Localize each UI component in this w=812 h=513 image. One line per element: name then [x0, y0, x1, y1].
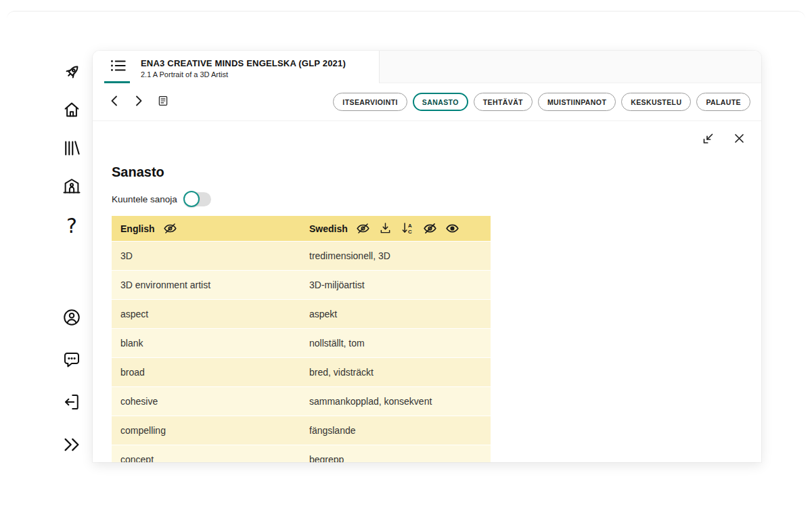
tab-itsearviointi[interactable]: ITSEARVIOINTI	[333, 93, 407, 111]
swedish-cell: tredimensionell, 3D	[300, 242, 491, 270]
sidebar-item-school[interactable]	[59, 175, 85, 200]
show-all-icon[interactable]	[445, 221, 459, 236]
swedish-cell: aspekt	[300, 300, 491, 328]
sidebar-item-expand[interactable]	[59, 433, 85, 459]
main-panel: ENA3 CREATIVE MINDS ENGELSKA (GLP 2021) …	[93, 51, 761, 462]
swedish-cell: 3D-miljöartist	[300, 271, 491, 299]
vocab-table-header: English Swedish	[112, 216, 491, 241]
table-row: blanknollställt, tom	[112, 329, 491, 357]
toolbar: ITSEARVIOINTISANASTOTEHTÄVÄTMUISTIINPANO…	[93, 83, 761, 121]
swedish-cell: nollställt, tom	[300, 329, 491, 357]
school-icon	[62, 176, 82, 199]
window-controls	[700, 132, 746, 147]
vocab-table: English Swedish	[112, 216, 491, 462]
table-row: aspectaspekt	[112, 300, 491, 328]
english-cell: 3D environment artist	[112, 271, 300, 299]
header-spacer	[379, 51, 761, 83]
profile-icon	[62, 307, 82, 330]
chevron-right-icon	[133, 94, 145, 110]
table-row: conceptbegrepp	[112, 445, 491, 462]
double-chevron-right-icon	[62, 434, 82, 458]
swedish-cell: sammankopplad, konsekvent	[300, 387, 491, 416]
swedish-column-label: Swedish	[309, 223, 348, 234]
course-header-tab: ENA3 CREATIVE MINDS ENGELSKA (GLP 2021) …	[93, 51, 379, 83]
english-cell: cohesive	[112, 387, 300, 416]
sidebar-item-profile[interactable]	[59, 306, 85, 332]
help-icon: ?	[66, 216, 77, 236]
sidebar: ?	[54, 61, 89, 474]
notes-icon	[157, 94, 169, 110]
panel-content: Sanasto Kuuntele sanoja English	[93, 121, 761, 462]
collapse-button[interactable]	[700, 132, 715, 147]
rocket-icon	[62, 62, 82, 85]
swedish-cell: bred, vidsträckt	[300, 358, 491, 386]
english-cell: compelling	[112, 416, 300, 445]
tab-muistiinpanot[interactable]: MUISTIINPANOT	[538, 93, 616, 111]
sidebar-item-library[interactable]	[59, 137, 85, 162]
vocab-table-body: 3Dtredimensionell, 3D3D environment arti…	[112, 242, 491, 462]
svg-text:A: A	[408, 223, 412, 229]
window-top-edge	[7, 11, 805, 19]
english-column-header: English	[112, 216, 300, 241]
tab-sanasto[interactable]: SANASTO	[413, 93, 468, 111]
close-button[interactable]	[731, 132, 746, 147]
section-tabs: ITSEARVIOINTISANASTOTEHTÄVÄTMUISTIINPANO…	[333, 93, 750, 111]
home-icon	[62, 99, 82, 122]
english-cell: concept	[112, 445, 300, 462]
course-header: ENA3 CREATIVE MINDS ENGELSKA (GLP 2021) …	[141, 56, 346, 79]
sidebar-item-help[interactable]: ?	[59, 213, 85, 239]
previous-page-button[interactable]	[104, 91, 125, 113]
tab-palaute[interactable]: PALAUTE	[696, 93, 750, 111]
course-title: ENA3 CREATIVE MINDS ENGELSKA (GLP 2021)	[141, 58, 346, 68]
listen-toggle-label: Kuuntele sanoja	[112, 194, 177, 204]
swedish-cell: begrepp	[300, 445, 491, 462]
swedish-column-header: Swedish	[300, 216, 491, 241]
logout-icon	[62, 392, 82, 415]
listen-row: Kuuntele sanoja	[112, 192, 742, 206]
sidebar-item-chat[interactable]	[59, 349, 85, 374]
hide-english-column-icon[interactable]	[163, 221, 177, 236]
table-row: cohesivesammankopplad, konsekvent	[112, 387, 491, 416]
toc-menu-button[interactable]	[105, 55, 132, 79]
hide-swedish-column-icon[interactable]	[356, 221, 370, 236]
table-of-contents-icon	[110, 58, 127, 76]
download-icon[interactable]	[378, 221, 392, 236]
english-cell: blank	[112, 329, 300, 357]
app-root: ?	[0, 0, 812, 513]
table-row: 3Dtredimensionell, 3D	[112, 242, 491, 270]
tab-tehtavat[interactable]: TEHTÄVÄT	[474, 93, 533, 111]
sidebar-item-logout[interactable]	[59, 391, 85, 416]
chat-icon	[62, 350, 82, 373]
active-tab-underline	[104, 81, 130, 83]
sort-alphabetical-icon[interactable]: A C	[401, 221, 415, 236]
notes-button[interactable]	[152, 91, 174, 113]
hide-all-icon[interactable]	[423, 221, 437, 236]
english-cell: 3D	[112, 242, 300, 270]
swedish-cell: fängslande	[300, 416, 491, 445]
chevron-left-icon	[108, 94, 120, 110]
panel-header: ENA3 CREATIVE MINDS ENGELSKA (GLP 2021) …	[93, 51, 761, 83]
english-cell: aspect	[112, 300, 300, 328]
sidebar-item-home[interactable]	[59, 98, 85, 124]
page-title: Sanasto	[112, 121, 742, 180]
table-row: compellingfängslande	[112, 416, 491, 445]
next-page-button[interactable]	[128, 91, 150, 113]
table-row: 3D environment artist3D-miljöartist	[112, 271, 491, 299]
close-icon	[733, 132, 746, 147]
listen-toggle[interactable]	[184, 192, 211, 206]
tab-keskustelu[interactable]: KESKUSTELU	[621, 93, 691, 111]
table-row: broadbred, vidsträckt	[112, 358, 491, 386]
chapter-title: 2.1 A Portrait of a 3D Artist	[141, 70, 346, 79]
svg-text:C: C	[408, 229, 412, 235]
sidebar-item-rocket[interactable]	[59, 61, 85, 87]
collapse-icon	[702, 132, 715, 147]
toggle-knob	[183, 191, 200, 207]
english-cell: broad	[112, 358, 300, 386]
library-icon	[62, 138, 82, 161]
english-column-label: English	[120, 223, 155, 234]
